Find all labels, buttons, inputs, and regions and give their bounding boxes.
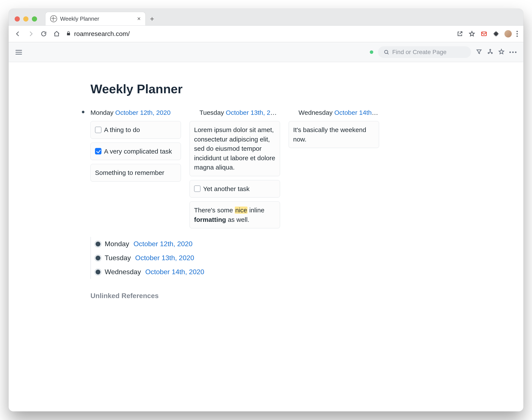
home-button[interactable] xyxy=(53,30,60,37)
svg-point-1 xyxy=(384,50,388,53)
child-blocks: Monday October 12th, 2020Tuesday October… xyxy=(90,237,396,279)
reload-button[interactable] xyxy=(40,30,47,37)
nav-back-button[interactable] xyxy=(14,30,22,37)
svg-point-2 xyxy=(490,49,491,50)
kanban-card[interactable]: Something to remember xyxy=(90,164,181,181)
tab-close-icon[interactable]: × xyxy=(137,16,141,22)
tab-title: Weekly Planner xyxy=(60,15,99,22)
block-reference[interactable]: Tuesday October 13th, 2020 xyxy=(96,251,396,265)
kanban-card[interactable]: Yet another task xyxy=(190,180,280,198)
block-bullet-icon[interactable] xyxy=(82,111,84,113)
window-controls xyxy=(12,16,39,25)
todo-checkbox[interactable] xyxy=(95,127,102,133)
todo-text: A very complicated task xyxy=(104,147,172,156)
svg-rect-0 xyxy=(482,32,487,36)
column-date-link[interactable]: October 14th, 20… xyxy=(334,109,379,116)
block-bullet-icon[interactable] xyxy=(96,270,100,274)
column-day: Wednesday xyxy=(298,109,334,116)
browser-toolbar: roamresearch.com/ xyxy=(9,26,523,42)
browser-menu-button[interactable] xyxy=(517,31,518,37)
todo-checkbox[interactable] xyxy=(194,185,201,192)
kanban-card[interactable]: It's basically the weekend now. xyxy=(289,121,379,148)
reference-date-link[interactable]: October 12th, 2020 xyxy=(133,240,192,248)
unlinked-references-heading[interactable]: Unlinked References xyxy=(90,292,396,300)
profile-avatar-icon[interactable] xyxy=(504,30,512,37)
reference-date-link[interactable]: October 14th, 2020 xyxy=(145,268,204,276)
kanban-cards: It's basically the weekend now. xyxy=(289,121,379,148)
lock-icon xyxy=(66,30,71,37)
mail-extension-icon[interactable] xyxy=(480,30,488,37)
kanban-block: Monday October 12th, 2020A thing to doA … xyxy=(90,109,396,228)
address-bar[interactable]: roamresearch.com/ xyxy=(66,30,451,37)
block-reference[interactable]: Monday October 12th, 2020 xyxy=(96,237,396,251)
window-close-icon[interactable] xyxy=(15,16,20,22)
reference-day: Monday xyxy=(105,240,129,248)
kanban-column-header[interactable]: Tuesday October 13th, 2020 xyxy=(199,109,280,116)
bookmark-star-icon[interactable] xyxy=(468,30,475,37)
kanban-cards: Lorem ipsum dolor sit amet, consectetur … xyxy=(190,121,280,228)
column-day: Tuesday xyxy=(199,109,226,116)
search-input[interactable]: Find or Create Page xyxy=(378,46,471,58)
kanban-card[interactable]: A thing to do xyxy=(90,121,181,139)
extensions-icon[interactable] xyxy=(492,30,500,37)
new-tab-button[interactable]: + xyxy=(146,12,159,25)
sync-status-icon xyxy=(370,50,373,54)
todo-checkbox[interactable] xyxy=(95,148,102,154)
browser-tab[interactable]: Weekly Planner × xyxy=(45,12,146,25)
favicon-icon xyxy=(50,15,57,22)
app-more-button[interactable] xyxy=(509,51,517,53)
page-content: Weekly Planner Monday October 12th, 2020… xyxy=(9,62,523,411)
kanban-column: Tuesday October 13th, 2020Lorem ipsum do… xyxy=(190,109,280,228)
search-placeholder: Find or Create Page xyxy=(392,49,446,56)
reference-day: Tuesday xyxy=(105,254,131,262)
filter-icon[interactable] xyxy=(476,48,482,56)
kanban-column: Wednesday October 14th, 20…It's basicall… xyxy=(289,109,379,148)
column-date-link[interactable]: October 13th, 2020 xyxy=(226,109,280,116)
column-date-link[interactable]: October 12th, 2020 xyxy=(115,109,171,116)
column-day: Monday xyxy=(90,109,115,116)
todo-text: Yet another task xyxy=(203,184,250,194)
open-in-new-icon[interactable] xyxy=(456,30,463,37)
sidebar-toggle-button[interactable] xyxy=(15,50,22,55)
nav-forward-button[interactable] xyxy=(27,30,34,37)
kanban-column-header[interactable]: Monday October 12th, 2020 xyxy=(90,109,181,116)
reference-day: Wednesday xyxy=(105,268,141,276)
kanban-card[interactable]: A very complicated task xyxy=(90,143,181,160)
kanban-column: Monday October 12th, 2020A thing to doA … xyxy=(90,109,181,181)
window-minimize-icon[interactable] xyxy=(23,16,29,22)
reference-date-link[interactable]: October 13th, 2020 xyxy=(135,254,194,262)
block-reference[interactable]: Wednesday October 14th, 2020 xyxy=(96,265,396,279)
bold-text: formatting xyxy=(194,216,226,223)
kanban-card[interactable]: There's some nice inline formatting as w… xyxy=(190,201,280,228)
app-viewport: Find or Create Page Weekly Planner xyxy=(9,42,523,411)
block-bullet-icon[interactable] xyxy=(96,256,100,260)
browser-window: Weekly Planner × + roamrese xyxy=(9,9,523,411)
kanban-column-header[interactable]: Wednesday October 14th, 20… xyxy=(298,109,379,116)
highlight-text: nice xyxy=(235,207,248,214)
graph-icon[interactable] xyxy=(487,48,493,56)
kanban-card[interactable]: Lorem ipsum dolor sit amet, consectetur … xyxy=(190,121,280,176)
block-bullet-icon[interactable] xyxy=(96,242,100,246)
kanban-cards: A thing to doA very complicated taskSome… xyxy=(90,121,181,181)
page-title[interactable]: Weekly Planner xyxy=(90,82,396,96)
todo-text: A thing to do xyxy=(104,125,140,135)
url-text: roamresearch.com/ xyxy=(74,30,130,37)
browser-tabstrip: Weekly Planner × + xyxy=(9,9,523,26)
window-zoom-icon[interactable] xyxy=(32,16,37,22)
favorite-icon[interactable] xyxy=(498,48,505,56)
app-topbar: Find or Create Page xyxy=(9,42,523,62)
